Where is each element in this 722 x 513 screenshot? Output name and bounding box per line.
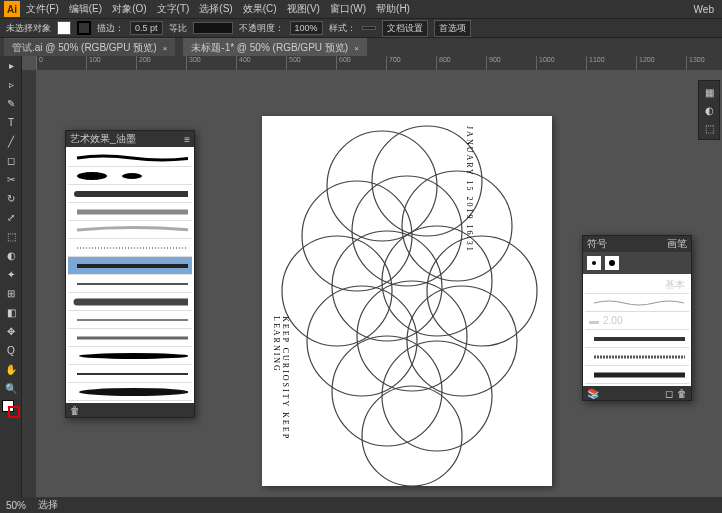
close-icon[interactable]: ×: [354, 44, 359, 53]
right-dock: ▦ ◐ ⬚: [698, 80, 720, 140]
panel-tab-brushes[interactable]: 画笔: [667, 237, 687, 251]
menu-type[interactable]: 文字(T): [153, 0, 194, 18]
zoom-field[interactable]: 50%: [6, 500, 26, 511]
svg-point-7: [382, 226, 492, 336]
menu-help[interactable]: 帮助(H): [372, 0, 414, 18]
menu-view[interactable]: 视图(V): [283, 0, 324, 18]
opacity-label: 不透明度：: [239, 22, 284, 35]
brush-item[interactable]: [68, 293, 192, 311]
brush-item[interactable]: [68, 203, 192, 221]
menu-edit[interactable]: 编辑(E): [65, 0, 106, 18]
brush-item-selected[interactable]: [68, 257, 192, 275]
panel-menu-icon[interactable]: ≡: [184, 134, 190, 145]
trash-icon[interactable]: 🗑: [70, 405, 80, 416]
panel-tab-symbols[interactable]: 符号: [587, 237, 607, 251]
doc-setup-button[interactable]: 文档设置: [382, 20, 428, 37]
menu-file[interactable]: 文件(F): [22, 0, 63, 18]
workspace-switcher[interactable]: Web: [690, 2, 718, 17]
style-field[interactable]: [362, 26, 376, 30]
brush-item[interactable]: [68, 149, 192, 167]
brush-item[interactable]: [585, 366, 689, 384]
stroke-label: 描边：: [97, 22, 124, 35]
panel-icon-2[interactable]: ◐: [699, 101, 719, 119]
brush-item[interactable]: [68, 383, 192, 401]
fill-swatch[interactable]: [57, 21, 71, 35]
opacity-field[interactable]: 100%: [290, 21, 323, 35]
toolbox: ▸ ▹ ✎ T ╱ ◻ ✂ ↻ ⤢ ⬚ ◐ ✦ ⊞ ◧ ✥ Q ✋ 🔍: [0, 56, 22, 497]
menu-effect[interactable]: 效果(C): [239, 0, 281, 18]
doc-tab-2[interactable]: 未标题-1* @ 50% (RGB/GPU 预览)×: [183, 38, 367, 57]
brush-item[interactable]: [68, 311, 192, 329]
svg-point-2: [302, 181, 412, 291]
new-brush-icon[interactable]: ◻: [665, 388, 673, 399]
panel-footer: 🗑: [66, 403, 194, 417]
brush-definition[interactable]: [193, 22, 233, 34]
slice-tool[interactable]: ◧: [0, 303, 22, 322]
doc-tab-1[interactable]: 管试.ai @ 50% (RGB/GPU 预览)×: [4, 38, 175, 57]
rotate-tool[interactable]: ↻: [0, 189, 22, 208]
brushes-panel[interactable]: 符号画笔 基本 ▬2.00 📚 ◻ 🗑: [582, 235, 692, 401]
brush-item[interactable]: [68, 329, 192, 347]
svg-point-18: [79, 388, 188, 396]
scale-tool[interactable]: ⤢: [0, 208, 22, 227]
svg-point-0: [327, 131, 437, 241]
art-effects-panel[interactable]: 艺术效果_油墨≡ 🗑: [65, 130, 195, 418]
eyedropper-tool[interactable]: ✦: [0, 265, 22, 284]
gradient-tool[interactable]: ◐: [0, 246, 22, 265]
direct-selection-tool[interactable]: ▹: [0, 75, 22, 94]
scissors-tool[interactable]: ✂: [0, 170, 22, 189]
document-tabs: 管试.ai @ 50% (RGB/GPU 预览)× 未标题-1* @ 50% (…: [0, 38, 722, 56]
svg-point-3: [352, 176, 462, 286]
line-tool[interactable]: ╱: [0, 132, 22, 151]
svg-point-15: [77, 172, 107, 180]
svg-point-4: [402, 171, 512, 281]
svg-point-17: [79, 353, 188, 359]
shape-builder-tool[interactable]: ⬚: [0, 227, 22, 246]
selection-tool[interactable]: ▸: [0, 56, 22, 75]
brush-basic[interactable]: 基本: [585, 276, 689, 294]
close-icon[interactable]: ×: [163, 44, 168, 53]
ruler-horizontal: 0100200300400500600700800900100011001200…: [36, 56, 722, 70]
type-tool[interactable]: T: [0, 113, 22, 132]
brush-item[interactable]: [585, 294, 689, 312]
brush-item[interactable]: [585, 348, 689, 366]
symbol-tool[interactable]: ✥: [0, 322, 22, 341]
brush-item[interactable]: [68, 365, 192, 383]
brush-item[interactable]: [68, 275, 192, 293]
prefs-button[interactable]: 首选项: [434, 20, 471, 37]
panel-icon-3[interactable]: ⬚: [699, 119, 719, 137]
stroke-swatch[interactable]: [77, 21, 91, 35]
brush-item[interactable]: ▬2.00: [585, 312, 689, 330]
brush-item[interactable]: [68, 347, 192, 365]
artboard[interactable]: [262, 116, 552, 486]
stroke-weight-field[interactable]: 0.5 pt: [130, 21, 163, 35]
delete-icon[interactable]: 🗑: [677, 388, 687, 399]
brush-preset-1[interactable]: [587, 256, 601, 270]
svg-point-5: [282, 236, 392, 346]
brush-item[interactable]: [585, 330, 689, 348]
brush-list[interactable]: [66, 147, 194, 403]
svg-point-13: [382, 341, 492, 451]
svg-point-14: [362, 386, 462, 486]
library-icon[interactable]: 📚: [587, 388, 599, 399]
brush-item[interactable]: [68, 221, 192, 239]
pen-tool[interactable]: ✎: [0, 94, 22, 113]
artboard-tool[interactable]: ⊞: [0, 284, 22, 303]
menu-object[interactable]: 对象(O): [108, 0, 150, 18]
brush-item[interactable]: [68, 239, 192, 257]
menu-window[interactable]: 窗口(W): [326, 0, 370, 18]
magnifier-tool[interactable]: 🔍: [0, 379, 22, 398]
hand-tool[interactable]: ✋: [0, 360, 22, 379]
menu-select[interactable]: 选择(S): [195, 0, 236, 18]
svg-point-11: [407, 286, 517, 396]
rectangle-tool[interactable]: ◻: [0, 151, 22, 170]
panel-footer: 📚 ◻ 🗑: [583, 386, 691, 400]
panel-icon-1[interactable]: ▦: [699, 83, 719, 101]
fill-stroke-indicator[interactable]: [2, 400, 20, 418]
svg-point-16: [122, 173, 142, 179]
artwork-motto-text: KEEP CURIOSITY KEEP LEARNING: [272, 316, 290, 497]
zoom-tool[interactable]: Q: [0, 341, 22, 360]
brush-item[interactable]: [68, 185, 192, 203]
brush-item[interactable]: [68, 167, 192, 185]
brush-preset-2[interactable]: [605, 256, 619, 270]
